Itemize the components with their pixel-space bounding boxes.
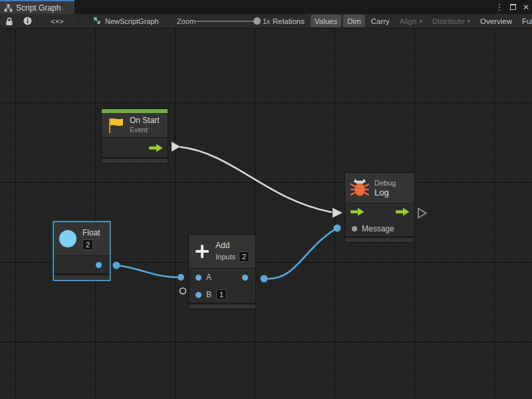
graph-canvas[interactable]: On Start Event: [0, 29, 532, 399]
flag-icon: [107, 116, 124, 134]
info-icon: [23, 17, 32, 25]
lock-button[interactable]: [0, 14, 18, 28]
node-title: Float: [82, 228, 100, 238]
toolbar-buttons: Relations Values Dim Carry Align ▾ Distr…: [269, 14, 532, 28]
sum-output-port[interactable]: [242, 275, 248, 281]
graph-name: NewScriptGraph: [93, 14, 159, 28]
node-titles: Float 2: [82, 228, 100, 250]
relations-button[interactable]: Relations: [269, 15, 309, 27]
chevron-down-icon: ▾: [467, 18, 471, 25]
code-icon: <×>: [51, 17, 63, 25]
node-header: Add Inputs 2: [189, 235, 255, 268]
node-title: Add: [215, 241, 249, 251]
input-b-row: B 1: [189, 286, 255, 303]
graph-name-label: NewScriptGraph: [105, 17, 159, 25]
node-category: Debug: [374, 178, 396, 188]
value-wire-add-to-debug: [265, 229, 336, 279]
control-wire: [180, 147, 331, 212]
window-controls: ⋮ ✕: [495, 0, 529, 14]
wire-endpoint: [113, 262, 120, 269]
node-titles: On Start Event: [130, 116, 160, 134]
node-titles: Add Inputs 2: [215, 241, 249, 262]
full-screen-button[interactable]: Full Screen: [518, 15, 532, 27]
code-view-button[interactable]: <×>: [37, 14, 77, 28]
node-footer: [189, 303, 255, 309]
wire-endpoint: [334, 225, 341, 232]
control-input-port-icon[interactable]: [350, 207, 364, 216]
node-header: Float 2: [54, 222, 110, 255]
connection-wires: [0, 29, 532, 399]
node-float[interactable]: Float 2: [53, 221, 110, 281]
node-titles: Debug Log: [374, 178, 396, 198]
node-body: [54, 255, 110, 273]
node-title: Log: [374, 188, 396, 198]
zoom-slider-track: [194, 21, 257, 22]
node-debug-log[interactable]: Debug Log Message: [344, 172, 415, 243]
plus-icon: [194, 243, 210, 259]
node-add[interactable]: Add Inputs 2 A B: [188, 234, 256, 309]
control-wire-end-arrow: [332, 208, 342, 218]
carry-button[interactable]: Carry: [367, 15, 394, 27]
values-button[interactable]: Values: [311, 15, 341, 27]
message-port[interactable]: [352, 226, 357, 231]
node-body: A B 1: [189, 268, 255, 303]
unconnected-port-circle: [180, 288, 186, 294]
overview-button[interactable]: Overview: [476, 15, 516, 27]
chevron-down-icon: ▾: [419, 18, 422, 25]
value-wire-float-to-add: [117, 265, 180, 277]
control-output-port-icon[interactable]: [396, 207, 410, 216]
input-a-port[interactable]: [196, 275, 201, 281]
wire-endpoint: [178, 274, 184, 281]
inputs-count-input[interactable]: 2: [239, 251, 249, 262]
node-subtitle: Event: [130, 126, 160, 134]
input-b-port[interactable]: [196, 292, 201, 298]
kebab-menu-icon[interactable]: ⋮: [495, 3, 503, 11]
node-on-start[interactable]: On Start Event: [101, 108, 168, 164]
node-body: [102, 137, 168, 157]
tab-script-graph[interactable]: Script Graph: [0, 0, 74, 14]
zoom-slider-handle[interactable]: [253, 17, 261, 25]
titlebar: Script Graph ⋮ ✕: [0, 0, 532, 14]
node-header: On Start Event: [102, 113, 168, 137]
node-footer: [54, 273, 110, 280]
toolbar-separator: [78, 15, 78, 27]
maximize-icon[interactable]: [510, 4, 516, 10]
node-footer: [102, 157, 168, 163]
input-a-row: A: [189, 269, 255, 286]
info-button[interactable]: [19, 14, 37, 28]
distribute-dropdown[interactable]: Distribute ▾: [428, 15, 474, 27]
zoom-label: Zoom: [177, 14, 196, 28]
inputs-count-row: Inputs 2: [215, 251, 249, 262]
port-label: Message: [362, 224, 394, 233]
align-dropdown[interactable]: Align ▾: [396, 15, 426, 27]
node-footer: [345, 236, 414, 242]
node-body: Message: [345, 203, 414, 236]
inputs-label: Inputs: [215, 253, 235, 261]
script-graph-asset-icon: [93, 17, 102, 25]
tab-label: Script Graph: [16, 3, 61, 13]
float-output-port[interactable]: [96, 262, 102, 268]
port-label: A: [206, 273, 211, 282]
float-type-icon: [59, 230, 76, 247]
node-title: On Start: [130, 116, 160, 126]
lock-icon: [5, 17, 13, 26]
float-value-input[interactable]: 2: [82, 239, 93, 250]
port-label: B: [206, 290, 211, 299]
dim-button[interactable]: Dim: [343, 15, 364, 27]
unconnected-output-triangle: [418, 209, 426, 218]
script-graph-window: Script Graph ⋮ ✕ <×>: [0, 0, 532, 399]
input-b-value[interactable]: 1: [216, 289, 227, 300]
bug-icon: [350, 178, 369, 198]
node-header: Debug Log: [345, 173, 414, 203]
control-wire-start-arrow: [172, 142, 180, 152]
graph-toolbar: <×> NewScriptGraph Zoom 1x Relations Val…: [0, 14, 532, 29]
wire-endpoint: [261, 275, 268, 283]
hierarchy-icon: [4, 4, 13, 12]
zoom-slider[interactable]: [194, 14, 261, 28]
close-icon[interactable]: ✕: [523, 3, 529, 11]
control-output-port-icon[interactable]: [149, 144, 163, 152]
message-input-row: Message: [345, 221, 414, 236]
